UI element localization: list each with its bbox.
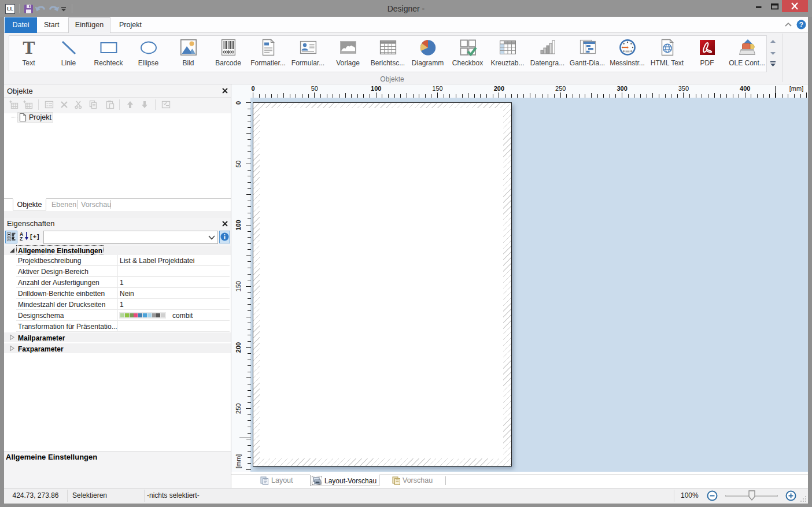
svg-text:50: 50 xyxy=(311,85,318,92)
svg-text:200: 200 xyxy=(235,342,242,353)
svg-text:350: 350 xyxy=(678,85,689,92)
svg-text:400: 400 xyxy=(740,85,750,92)
svg-text:[mm]: [mm] xyxy=(789,85,803,92)
svg-text:300: 300 xyxy=(617,85,627,92)
svg-text:0: 0 xyxy=(251,85,254,92)
svg-text:200: 200 xyxy=(494,85,504,92)
svg-text:100: 100 xyxy=(235,220,242,230)
svg-text:T: T xyxy=(23,38,35,57)
svg-text:150: 150 xyxy=(235,281,242,291)
svg-text:150: 150 xyxy=(432,85,442,92)
svg-text:250: 250 xyxy=(555,85,566,92)
svg-text:100: 100 xyxy=(371,85,381,92)
svg-text:250: 250 xyxy=(235,404,242,414)
svg-text:?: ? xyxy=(799,21,803,29)
svg-text:0: 0 xyxy=(235,101,242,105)
svg-text:[mm]: [mm] xyxy=(235,454,242,468)
svg-text:Z: Z xyxy=(20,236,23,241)
svg-text:50: 50 xyxy=(235,161,242,168)
